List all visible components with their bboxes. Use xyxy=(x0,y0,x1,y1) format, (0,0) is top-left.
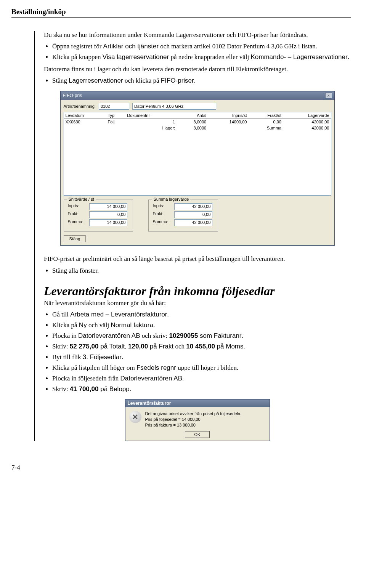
lager-frakt: 0,00 xyxy=(174,211,212,218)
stang-button[interactable]: Stäng xyxy=(64,235,86,242)
after-fifo-paragraph: FIFO-priset är preliminärt och än så län… xyxy=(44,255,351,263)
lager-summa: 42 000,00 xyxy=(174,219,212,226)
ok-button[interactable]: OK xyxy=(185,431,210,438)
fifo-pris-window: FIFO-pris × Artnr/benämning: 0102 Dator … xyxy=(60,91,335,246)
col-inpris: Inpris/st xyxy=(208,112,248,119)
table-row: XX0630 Följ 1 3,0000 14000,00 0,00 42000… xyxy=(64,119,331,125)
fifo-title: FIFO-pris xyxy=(63,93,82,98)
mid-paragraph: Datorerna finns nu i lager och du kan le… xyxy=(44,65,351,74)
list-item: Klicka på Ny och välj Normal faktura. xyxy=(52,321,351,329)
artnr-label: Artnr/benämning: xyxy=(64,104,96,109)
list-item: Gå till Arbeta med – Leverantörsfakturor… xyxy=(52,310,351,319)
info-icon: ✕ xyxy=(129,411,141,423)
bullet-list-2: Gå till Arbeta med – Leverantörsfakturor… xyxy=(44,310,351,394)
close-icon[interactable]: × xyxy=(325,93,332,99)
col-lagervarde: Lagervärde xyxy=(283,112,331,119)
col-typ: Typ xyxy=(106,112,126,119)
artname-field[interactable]: Dator Pentium 4 3,06 GHz xyxy=(132,103,216,110)
section-lead: När leverantörsfakturan kommer gör du så… xyxy=(44,299,351,307)
col-antal: Antal xyxy=(177,112,208,119)
snitt-inpris: 14 000,00 xyxy=(89,203,127,210)
page-header-title: Beställning/inköp xyxy=(11,8,351,17)
list-item: Klicka på knappen Visa lagerreservatione… xyxy=(52,53,351,61)
list-item: Skriv: 41 700,00 på Belopp. xyxy=(52,385,351,393)
list-item: Plocka in Datorleverantören AB och skriv… xyxy=(52,332,351,340)
col-levdatum: Levdatum xyxy=(64,112,106,119)
snitt-frakt: 0,00 xyxy=(89,211,127,218)
header-rule xyxy=(11,17,351,18)
intro-paragraph: Du ska nu se hur informationen under Kom… xyxy=(44,31,351,39)
summa-lagervarde-group: Summa lagervärde Inpris:42 000,00 Frakt:… xyxy=(148,200,218,232)
snitt-summa: 14 000,00 xyxy=(89,219,127,226)
fifo-titlebar: FIFO-pris × xyxy=(61,91,334,100)
dialog-title: Leverantörsfakturor xyxy=(125,399,270,407)
dialog-text: Det angivna priset avviker från priset p… xyxy=(145,411,242,428)
col-dokumentnr: Dokumentnr xyxy=(125,112,177,119)
bullet-after-fifo: Stäng alla fönster. xyxy=(44,267,351,275)
bullet-list-mid: Stäng Lagerreservationer och klicka på F… xyxy=(44,77,351,85)
list-item: Byt till flik 3. Följesedlar. xyxy=(52,353,351,361)
list-item: Öppna registret för Artiklar och tjänste… xyxy=(52,42,351,51)
snittvarde-group: Snittvärde / st Inpris:14 000,00 Frakt:0… xyxy=(64,200,133,232)
artnr-field[interactable]: 0102 xyxy=(99,103,129,110)
lager-inpris: 42 000,00 xyxy=(174,203,212,210)
bullet-list-1: Öppna registret för Artiklar och tjänste… xyxy=(44,42,351,61)
list-item: Skriv: 52 275,00 på Totalt, 120,00 på Fr… xyxy=(52,342,351,351)
leverantorsfakturor-dialog: Leverantörsfakturor ✕ Det angivna priset… xyxy=(125,399,270,441)
list-item: Klicka på listpilen till höger om Fsedel… xyxy=(52,364,351,372)
list-item: Stäng Lagerreservationer och klicka på F… xyxy=(52,77,351,85)
list-item: Plocka in följesedeln från Datorleverant… xyxy=(52,374,351,383)
section-heading: Leverantörsfakturor från inkomna följese… xyxy=(44,284,351,298)
list-item: Stäng alla fönster. xyxy=(52,267,351,275)
table-row: I lager: 3,0000 Summa 42000,00 xyxy=(64,125,331,131)
page-number: 7-4 xyxy=(11,464,351,471)
col-frakt: Frakt/st xyxy=(248,112,283,119)
fifo-table: Levdatum Typ Dokumentnr Antal Inpris/st … xyxy=(64,112,331,196)
